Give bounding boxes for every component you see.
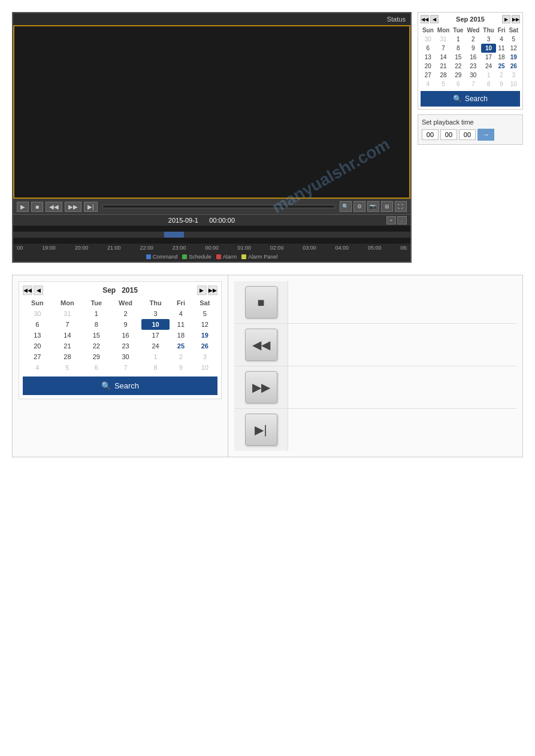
cal-day[interactable]: 30 <box>421 35 436 44</box>
ff-media-btn[interactable]: ▶▶ <box>245 371 277 403</box>
cal-day[interactable]: 1 <box>481 71 495 80</box>
cal-day[interactable]: 23 <box>465 62 481 71</box>
cal-day[interactable]: 4 <box>496 35 507 44</box>
cal-day[interactable]: 2 <box>170 351 192 362</box>
forward-button[interactable]: ▶▶ <box>65 202 81 212</box>
go-btn[interactable]: → <box>477 129 494 141</box>
cal-day[interactable]: 30 <box>465 71 481 80</box>
second-input[interactable] <box>459 129 476 140</box>
cal-day[interactable]: 4 <box>170 308 192 319</box>
timeline-zoom-out[interactable]: - <box>397 216 407 224</box>
cal-day[interactable]: 18 <box>496 53 507 62</box>
next-media-btn[interactable]: ▶| <box>245 414 277 446</box>
cal-day[interactable]: 25 <box>496 62 507 71</box>
rewind-button[interactable]: ◀◀ <box>46 202 62 212</box>
cal-day[interactable]: 20 <box>421 62 436 71</box>
cal-day[interactable]: 12 <box>192 319 217 330</box>
cal-day[interactable]: 20 <box>23 341 52 351</box>
next-button[interactable]: ▶| <box>84 202 98 212</box>
cal-day[interactable]: 8 <box>451 44 465 53</box>
cal-day[interactable]: 3 <box>481 35 495 44</box>
cal-day[interactable]: 6 <box>23 319 52 330</box>
cal-day[interactable]: 9 <box>170 362 192 373</box>
cal-day[interactable]: 3 <box>141 308 170 319</box>
cal-day[interactable]: 8 <box>141 362 170 373</box>
cal-day[interactable]: 15 <box>451 53 465 62</box>
cal-day[interactable]: 5 <box>52 362 83 373</box>
cal-day[interactable]: 22 <box>451 62 465 71</box>
cal-day[interactable]: 4 <box>23 362 52 373</box>
cal-day[interactable]: 23 <box>110 341 141 351</box>
cal-prev-btn-bottom[interactable]: ◀ <box>34 286 43 295</box>
cal-day[interactable]: 1 <box>141 351 170 362</box>
cal-day[interactable]: 5 <box>507 35 520 44</box>
cal-day[interactable]: 10 <box>481 44 495 53</box>
cal-day[interactable]: 19 <box>507 53 520 62</box>
cal-day[interactable]: 22 <box>83 341 110 351</box>
cal-day[interactable]: 10 <box>192 362 217 373</box>
cal-day[interactable]: 30 <box>110 351 141 362</box>
rewind-media-btn[interactable]: ◀◀ <box>245 329 277 361</box>
cal-prev-btn-top[interactable]: ◀ <box>430 15 439 23</box>
cal-day[interactable]: 29 <box>83 351 110 362</box>
cal-day[interactable]: 31 <box>436 35 452 44</box>
cal-day[interactable]: 13 <box>23 330 52 341</box>
cal-day[interactable]: 29 <box>451 71 465 80</box>
cal-day[interactable]: 28 <box>52 351 83 362</box>
play-button[interactable]: ▶ <box>17 202 29 212</box>
cal-day[interactable]: 10 <box>141 319 170 330</box>
cal-next-next-btn-bottom[interactable]: ▶▶ <box>208 286 217 295</box>
cal-day[interactable]: 16 <box>110 330 141 341</box>
timeline-bar[interactable] <box>13 226 410 244</box>
cal-day[interactable]: 9 <box>496 80 507 89</box>
cal-day[interactable]: 31 <box>52 308 83 319</box>
minute-input[interactable] <box>440 129 457 140</box>
cal-day[interactable]: 25 <box>170 341 192 351</box>
timeline-zoom-in[interactable]: + <box>386 216 396 224</box>
stop-media-btn[interactable]: ■ <box>245 286 277 318</box>
cal-day[interactable]: 7 <box>52 319 83 330</box>
cal-day[interactable]: 24 <box>481 62 495 71</box>
cal-day[interactable]: 9 <box>465 44 481 53</box>
cal-prev-prev-btn-top[interactable]: ◀◀ <box>421 15 429 23</box>
search-btn-bottom[interactable]: 🔍 Search <box>23 377 217 395</box>
cal-day[interactable]: 6 <box>451 80 465 89</box>
cal-day[interactable]: 24 <box>141 341 170 351</box>
cal-day[interactable]: 9 <box>110 319 141 330</box>
cal-day[interactable]: 14 <box>52 330 83 341</box>
cal-day[interactable]: 6 <box>83 362 110 373</box>
cal-day[interactable]: 15 <box>83 330 110 341</box>
grid-icon[interactable]: ⊞ <box>381 201 393 212</box>
cal-day[interactable]: 7 <box>110 362 141 373</box>
cal-day[interactable]: 27 <box>23 351 52 362</box>
stop-button[interactable]: ■ <box>31 202 43 212</box>
cal-next-btn-top[interactable]: ▶ <box>502 15 510 23</box>
cal-day[interactable]: 26 <box>507 62 520 71</box>
cal-day[interactable]: 5 <box>436 80 452 89</box>
cal-day[interactable]: 18 <box>170 330 192 341</box>
cal-day[interactable]: 1 <box>83 308 110 319</box>
cal-day[interactable]: 3 <box>192 351 217 362</box>
cal-prev-prev-btn-bottom[interactable]: ◀◀ <box>23 286 32 295</box>
hour-input[interactable] <box>422 129 439 140</box>
cal-day[interactable]: 5 <box>192 308 217 319</box>
cal-day[interactable]: 11 <box>496 44 507 53</box>
cal-day[interactable]: 3 <box>507 71 520 80</box>
cal-day[interactable]: 14 <box>436 53 452 62</box>
cal-day[interactable]: 27 <box>421 71 436 80</box>
cal-day[interactable]: 7 <box>436 44 452 53</box>
cal-day[interactable]: 7 <box>465 80 481 89</box>
cal-day[interactable]: 30 <box>23 308 52 319</box>
screenshot-icon[interactable]: 📷 <box>367 201 379 212</box>
cal-day[interactable]: 17 <box>141 330 170 341</box>
cal-day[interactable]: 21 <box>436 62 452 71</box>
cal-day[interactable]: 4 <box>421 80 436 89</box>
cal-day[interactable]: 8 <box>83 319 110 330</box>
cal-day[interactable]: 1 <box>451 35 465 44</box>
fullscreen-icon[interactable]: ⛶ <box>395 201 407 212</box>
cal-next-next-btn-top[interactable]: ▶▶ <box>512 15 520 23</box>
zoom-icon[interactable]: 🔍 <box>340 201 352 212</box>
cal-day[interactable]: 28 <box>436 71 452 80</box>
search-btn-top[interactable]: 🔍 Search <box>421 91 520 107</box>
cal-day[interactable]: 19 <box>192 330 217 341</box>
